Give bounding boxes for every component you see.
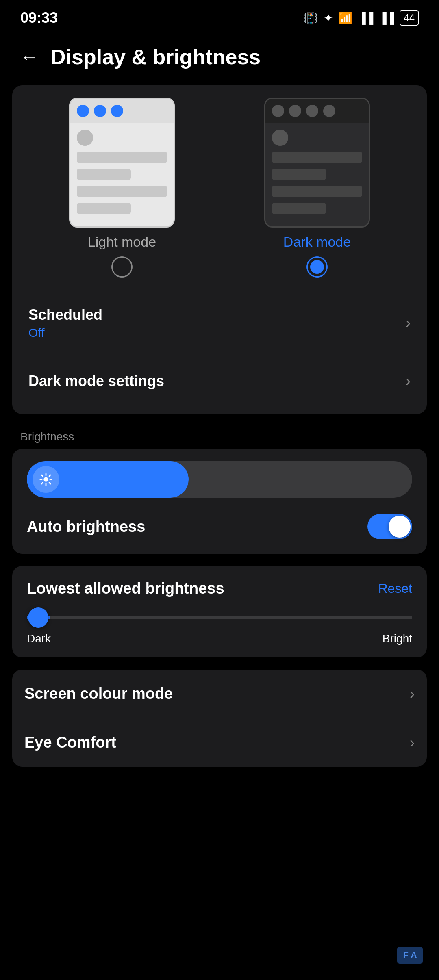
light-mode-radio[interactable] xyxy=(111,256,133,278)
lowest-brightness-slider[interactable] xyxy=(27,609,412,626)
svg-line-8 xyxy=(49,475,50,476)
divider xyxy=(24,356,415,356)
bright-label: Bright xyxy=(382,632,412,645)
preview-dot xyxy=(94,105,106,117)
preview-dot xyxy=(272,105,284,117)
preview-dot xyxy=(306,105,318,117)
scheduled-row[interactable]: Scheduled Off › xyxy=(24,294,415,352)
eye-comfort-row[interactable]: Eye Comfort › xyxy=(12,718,427,767)
theme-selector: Light mode Dark xyxy=(24,98,415,286)
status-bar: 09:33 📳 ✦ 📶 ▐▐ ▐▐ 44 xyxy=(0,0,439,33)
preview-row xyxy=(272,152,362,163)
dark-mode-radio[interactable] xyxy=(306,256,328,278)
lowest-brightness-title: Lowest allowed brightness xyxy=(27,580,224,597)
preview-dot xyxy=(111,105,123,117)
bottom-menu-card: Screen colour mode › Eye Comfort › xyxy=(12,670,427,767)
reset-button[interactable]: Reset xyxy=(378,581,412,596)
preview-row xyxy=(272,186,362,197)
preview-dot xyxy=(289,105,301,117)
svg-line-6 xyxy=(49,483,50,484)
preview-dot xyxy=(77,105,89,117)
header: ← Display & brightness xyxy=(0,33,439,85)
wifi-icon: 📶 xyxy=(339,11,353,25)
lowest-track xyxy=(27,616,412,619)
back-button[interactable]: ← xyxy=(20,47,38,67)
screen-colour-mode-row[interactable]: Screen colour mode › xyxy=(12,670,427,718)
radio-inner xyxy=(310,260,324,274)
auto-brightness-label: Auto brightness xyxy=(27,518,145,536)
preview-dot xyxy=(323,105,335,117)
divider xyxy=(24,290,415,290)
lowest-brightness-card: Lowest allowed brightness Reset Dark Bri… xyxy=(12,566,427,657)
preview-circle xyxy=(272,130,288,146)
page-title: Display & brightness xyxy=(50,45,261,69)
svg-point-0 xyxy=(43,477,48,481)
preview-row xyxy=(272,169,326,180)
brightness-slider[interactable] xyxy=(27,461,412,498)
preview-row xyxy=(77,203,131,214)
sun-icon xyxy=(33,466,59,493)
lowest-thumb xyxy=(28,607,48,628)
chevron-right-icon: › xyxy=(406,373,411,390)
status-icons: 📳 ✦ 📶 ▐▐ ▐▐ 44 xyxy=(304,10,419,26)
preview-row xyxy=(272,203,326,214)
chevron-right-icon: › xyxy=(410,734,415,751)
dark-label: Dark xyxy=(27,632,51,645)
auto-brightness-row: Auto brightness xyxy=(27,510,412,542)
brightness-card: Auto brightness xyxy=(12,449,427,554)
auto-brightness-toggle[interactable] xyxy=(367,514,412,539)
preview-circle xyxy=(77,130,93,146)
dark-mode-settings-left: Dark mode settings xyxy=(28,373,164,390)
svg-line-7 xyxy=(41,483,43,484)
lowest-labels: Dark Bright xyxy=(27,632,412,645)
light-mode-label: Light mode xyxy=(88,234,156,250)
status-time: 09:33 xyxy=(20,9,58,26)
battery-indicator: 44 xyxy=(400,10,419,26)
light-mode-option[interactable]: Light mode xyxy=(24,98,220,278)
vibrate-icon: 📳 xyxy=(304,11,318,25)
svg-line-5 xyxy=(41,475,43,476)
lowest-header: Lowest allowed brightness Reset xyxy=(27,580,412,597)
dark-mode-label: Dark mode xyxy=(283,234,351,250)
dark-mode-settings-row[interactable]: Dark mode settings › xyxy=(24,360,415,402)
preview-row xyxy=(77,186,167,197)
scheduled-subtitle: Off xyxy=(28,326,102,340)
light-mode-preview xyxy=(69,98,175,228)
brightness-section-label: Brightness xyxy=(0,426,439,449)
scheduled-left: Scheduled Off xyxy=(28,306,102,340)
chevron-right-icon: › xyxy=(406,314,411,332)
dark-mode-preview xyxy=(264,98,370,228)
dark-mode-option[interactable]: Dark mode xyxy=(220,98,415,278)
chevron-right-icon: › xyxy=(410,685,415,702)
screen-colour-mode-title: Screen colour mode xyxy=(24,685,173,702)
toggle-knob xyxy=(389,516,411,538)
bluetooth-icon: ✦ xyxy=(324,11,333,25)
dark-mode-settings-title: Dark mode settings xyxy=(28,373,164,390)
eye-comfort-title: Eye Comfort xyxy=(24,734,116,751)
theme-card: Light mode Dark xyxy=(12,85,427,414)
brightness-fill xyxy=(27,461,189,498)
preview-row xyxy=(77,169,131,180)
preview-row xyxy=(77,152,167,163)
scheduled-title: Scheduled xyxy=(28,306,102,323)
signal-icon-1: ▐▐ xyxy=(359,12,374,24)
watermark: F A xyxy=(397,947,423,964)
signal-icon-2: ▐▐ xyxy=(379,12,394,24)
